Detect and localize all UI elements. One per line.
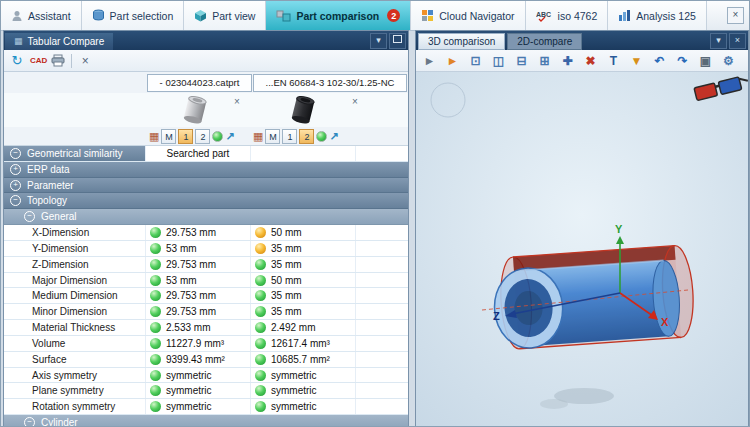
mode-2-button[interactable]: 2 [195, 129, 210, 144]
select-arrow-icon[interactable]: ► [420, 51, 439, 70]
status-green-icon [150, 275, 161, 286]
move-part-icon[interactable]: ✚ [558, 51, 577, 70]
mode-1-button[interactable]: 1 [178, 129, 193, 144]
status-filter-icon[interactable] [316, 131, 327, 142]
close-tab-button[interactable]: × [727, 7, 744, 24]
sync-icon[interactable]: ↻ [8, 52, 26, 70]
compare-table-body: −Geometrical similaritySearched part+ERP… [4, 146, 408, 427]
viewport-quad-icon[interactable]: ⊞ [535, 51, 554, 70]
remove-part-1-icon[interactable]: × [234, 96, 240, 107]
table-row: Axis symmetrysymmetricsymmetric [4, 368, 408, 384]
row-label: Material Thickness [4, 320, 146, 335]
mode-1-button[interactable]: 1 [282, 129, 297, 144]
filter-funnel-icon[interactable]: ▼ [627, 51, 646, 70]
database-icon [92, 9, 105, 22]
tab-analysis-125[interactable]: Analysis 125 [608, 1, 707, 30]
table-view-icon[interactable]: ▦ [253, 130, 263, 143]
section-row[interactable]: −General [4, 209, 408, 225]
expand-icon[interactable]: + [10, 180, 21, 191]
section-row[interactable]: −Geometrical similaritySearched part [4, 146, 408, 162]
mode-m-button[interactable]: M [161, 129, 176, 144]
section-row[interactable]: +Parameter [4, 178, 408, 194]
compare-cubes-icon [276, 9, 291, 22]
tab-part-selection[interactable]: Part selection [82, 1, 185, 30]
viewport-horizontal-icon[interactable]: ⊟ [512, 51, 531, 70]
blue-cylinder [492, 258, 682, 351]
expand-icon[interactable]: − [10, 148, 21, 159]
viewport-single-icon[interactable]: ⊡ [466, 51, 485, 70]
tab-part-comparison[interactable]: Part comparison 2 [266, 1, 411, 30]
tab-assistant[interactable]: Assistant [1, 1, 82, 30]
value-cell: 29.753 mm [146, 304, 251, 319]
column-controls-2: ▦ M 1 2 ↗ [253, 129, 339, 144]
print-icon[interactable] [51, 54, 65, 67]
3d-viewport[interactable]: Y X Z [416, 72, 748, 427]
status-yellow-icon [255, 227, 266, 238]
table-row: Plane symmetrysymmetricsymmetric [4, 383, 408, 399]
status-green-icon [150, 354, 161, 365]
tab-label: 2D-compare [517, 36, 572, 47]
model-shadow [540, 399, 568, 409]
chevron-down-icon[interactable]: ▾ [370, 33, 387, 49]
settings-gear-icon[interactable]: ⚙ [719, 51, 738, 70]
status-filter-icon[interactable] [212, 131, 223, 142]
redo-icon[interactable]: ↷ [673, 51, 692, 70]
mode-2-button[interactable]: 2 [299, 129, 314, 144]
chevron-down-icon[interactable]: ▾ [710, 33, 727, 49]
close-compare-icon[interactable]: × [78, 54, 92, 68]
tab-part-view[interactable]: Part view [184, 1, 266, 30]
select-highlight-icon[interactable]: ► [443, 51, 462, 70]
clash-cross-icon[interactable]: ✖ [581, 51, 600, 70]
viewport-toolbar: ►►⊡◫⊟⊞✚✖T▼↶↷▣⚙ [416, 50, 748, 72]
row-label: Volume [4, 336, 146, 351]
expand-icon[interactable]: − [24, 417, 35, 427]
tab-label: 3D comparison [428, 36, 495, 47]
status-green-icon [150, 290, 161, 301]
tab-iso-4762[interactable]: ABC iso 4762 [526, 1, 609, 30]
value-cell: symmetric [251, 368, 356, 383]
tab-2d-compare[interactable]: 2D-compare [507, 33, 582, 50]
status-green-icon [150, 227, 161, 238]
tab-label: Part comparison [296, 10, 379, 22]
value-cell: 9399.43 mm² [146, 352, 251, 367]
table-row: Surface9399.43 mm²10685.7 mm² [4, 352, 408, 368]
transfer-icon[interactable]: ↗ [225, 130, 234, 143]
screenshot-camera-icon[interactable]: ▣ [696, 51, 715, 70]
tab-tabular-compare[interactable]: ▦ Tabular Compare [5, 33, 113, 50]
transfer-icon[interactable]: ↗ [329, 130, 338, 143]
row-label: X-Dimension [4, 225, 146, 240]
tab-cloud-navigator[interactable]: Cloud Navigator [411, 1, 525, 30]
row-label: Medium Dimension [4, 288, 146, 303]
expand-icon[interactable]: − [10, 195, 21, 206]
viewport-background [416, 72, 748, 427]
status-green-icon [150, 243, 161, 254]
expand-icon[interactable]: − [24, 211, 35, 222]
tab-label: iso 4762 [558, 10, 598, 22]
row-label: Rotation symmetry [4, 399, 146, 414]
undo-icon[interactable]: ↶ [650, 51, 669, 70]
maximize-icon[interactable] [389, 33, 406, 49]
cad-export-icon[interactable]: CAD [30, 56, 47, 65]
remove-part-2-icon[interactable]: × [352, 96, 358, 107]
section-row[interactable]: −Cylinder [4, 415, 408, 427]
mode-m-button[interactable]: M [265, 129, 280, 144]
expand-icon[interactable]: + [10, 164, 21, 175]
3d-comparison-panel: 3D comparison 2D-compare ▾ × ►►⊡◫⊟⊞✚✖T▼↶… [415, 30, 749, 427]
status-green-icon [150, 306, 161, 317]
table-view-icon[interactable]: ▦ [149, 130, 159, 143]
tab-3d-comparison[interactable]: 3D comparison [418, 33, 505, 50]
bar-chart-icon [618, 9, 631, 22]
status-green-icon [255, 354, 266, 365]
close-panel-icon[interactable]: × [729, 33, 746, 49]
section-row[interactable]: −Topology [4, 193, 408, 209]
section-row[interactable]: +ERP data [4, 162, 408, 178]
viewport-split-icon[interactable]: ◫ [489, 51, 508, 70]
value-cell: 12617.4 mm³ [251, 336, 356, 351]
table-row: Rotation symmetrysymmetricsymmetric [4, 399, 408, 415]
section-label: Cylinder [41, 417, 78, 427]
tabular-compare-titlebar: ▦ Tabular Compare ▾ [4, 31, 408, 50]
row-label: Y-Dimension [4, 241, 146, 256]
text-filter-icon[interactable]: T [604, 51, 623, 70]
value-cell: 35 mm [251, 304, 356, 319]
value-cell: 29.753 mm [146, 288, 251, 303]
